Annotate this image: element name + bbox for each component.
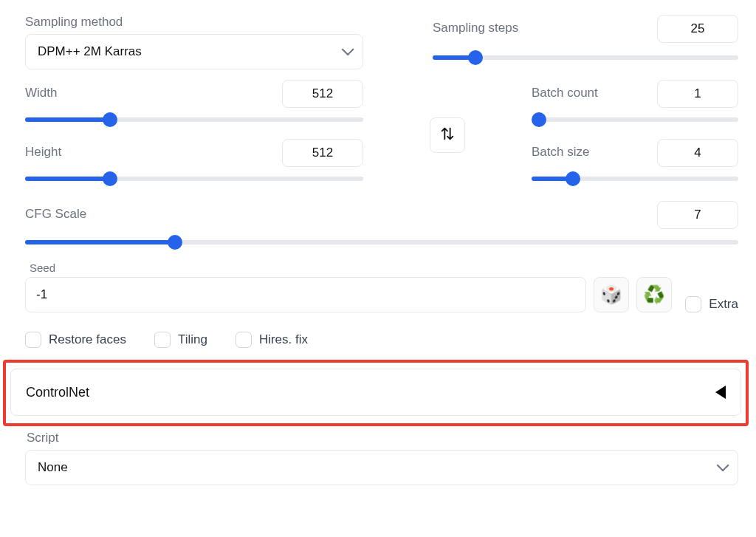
width-label: Width bbox=[25, 86, 57, 100]
sampling-method-select[interactable]: DPM++ 2M Karras bbox=[25, 34, 363, 69]
seed-reuse-button[interactable]: ♻️ bbox=[636, 277, 672, 312]
width-slider[interactable] bbox=[25, 112, 363, 127]
batch-size-slider[interactable] bbox=[532, 171, 738, 186]
sampling-method-label: Sampling method bbox=[25, 15, 363, 30]
batch-count-value[interactable]: 1 bbox=[657, 80, 738, 108]
height-value[interactable]: 512 bbox=[282, 139, 363, 167]
seed-extra-label: Extra bbox=[709, 297, 738, 312]
recycle-icon: ♻️ bbox=[643, 284, 665, 305]
seed-extra-checkbox[interactable] bbox=[685, 296, 701, 312]
height-label: Height bbox=[25, 145, 61, 160]
seed-input[interactable]: -1 bbox=[25, 277, 586, 312]
script-value: None bbox=[38, 460, 68, 475]
seed-random-button[interactable]: 🎲 bbox=[594, 277, 629, 312]
cfg-scale-label: CFG Scale bbox=[25, 207, 86, 222]
batch-count-label: Batch count bbox=[532, 86, 598, 100]
restore-faces-checkbox[interactable] bbox=[25, 332, 41, 348]
hires-fix-checkbox[interactable] bbox=[236, 332, 252, 348]
batch-size-label: Batch size bbox=[532, 145, 589, 160]
batch-count-slider[interactable] bbox=[532, 112, 738, 127]
collapse-arrow-icon bbox=[715, 386, 726, 399]
cfg-scale-slider[interactable] bbox=[25, 235, 738, 250]
cfg-scale-value[interactable]: 7 bbox=[657, 201, 738, 229]
dice-icon: 🎲 bbox=[600, 284, 622, 305]
controlnet-accordion[interactable]: ControlNet bbox=[10, 369, 741, 416]
swap-dimensions-button[interactable] bbox=[430, 117, 465, 153]
sampling-steps-label: Sampling steps bbox=[433, 21, 518, 35]
swap-arrows-icon bbox=[439, 126, 456, 146]
tiling-checkbox[interactable] bbox=[154, 332, 171, 348]
batch-size-value[interactable]: 4 bbox=[657, 139, 738, 167]
chevron-down-icon bbox=[717, 460, 726, 475]
sampling-steps-slider[interactable] bbox=[433, 50, 738, 65]
tiling-label: Tiling bbox=[178, 332, 207, 347]
sampling-steps-value[interactable]: 25 bbox=[657, 15, 738, 43]
controlnet-label: ControlNet bbox=[26, 385, 89, 400]
controlnet-highlight-box: ControlNet bbox=[3, 360, 749, 426]
height-slider[interactable] bbox=[25, 171, 363, 186]
seed-label: Seed bbox=[30, 261, 586, 274]
sampling-method-value: DPM++ 2M Karras bbox=[38, 44, 142, 59]
script-label: Script bbox=[27, 431, 738, 445]
script-select[interactable]: None bbox=[25, 450, 738, 485]
hires-fix-label: Hires. fix bbox=[259, 332, 308, 347]
restore-faces-label: Restore faces bbox=[49, 332, 126, 347]
width-value[interactable]: 512 bbox=[282, 80, 363, 108]
chevron-down-icon bbox=[342, 44, 351, 59]
